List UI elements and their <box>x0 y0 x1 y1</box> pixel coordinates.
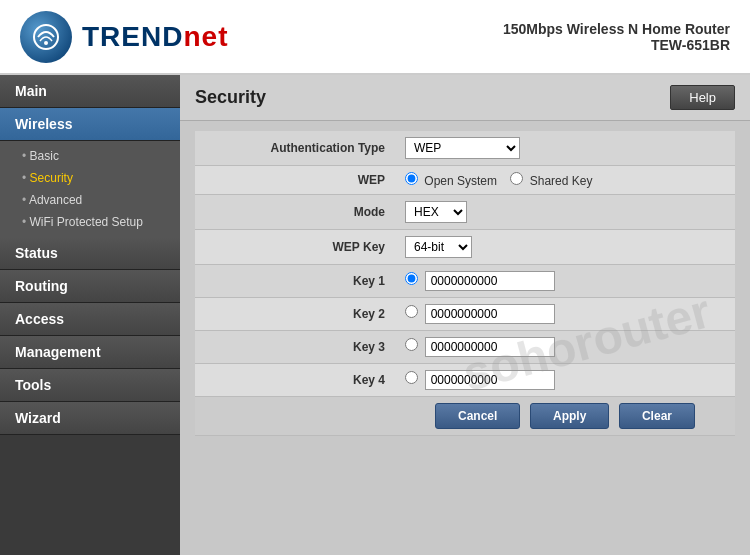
logo-icon <box>20 11 72 63</box>
sidebar-sub-wifi-protected-setup[interactable]: WiFi Protected Setup <box>0 211 180 233</box>
key3-label: Key 3 <box>195 331 395 364</box>
wep-label: WEP <box>195 166 395 195</box>
brand-name: TRENDnet <box>82 21 228 53</box>
sidebar-item-access[interactable]: Access <box>0 303 180 336</box>
mode-value: HEX ASCII <box>395 195 735 230</box>
sidebar-item-routing[interactable]: Routing <box>0 270 180 303</box>
page-title: Security <box>195 87 266 108</box>
sidebar-item-tools[interactable]: Tools <box>0 369 180 402</box>
wep-key-value: 64-bit 128-bit <box>395 230 735 265</box>
wep-mode-value: Open System Shared Key <box>395 166 735 195</box>
key4-radio[interactable] <box>405 371 418 384</box>
auth-type-value: WEP Open System WPA-Personal WPA2-Person… <box>395 131 735 166</box>
mode-label: Mode <box>195 195 395 230</box>
sidebar-item-status[interactable]: Status <box>0 237 180 270</box>
svg-point-1 <box>44 41 48 45</box>
wireless-submenu: Basic Security Advanced WiFi Protected S… <box>0 141 180 237</box>
main-content: Security Help sohorouter Authentication … <box>180 75 750 555</box>
key3-row: Key 3 <box>195 331 735 364</box>
sidebar-item-management[interactable]: Management <box>0 336 180 369</box>
key4-label: Key 4 <box>195 364 395 397</box>
form-area: sohorouter Authentication Type WEP Open … <box>180 121 750 446</box>
key3-input[interactable] <box>425 337 555 357</box>
sidebar-sub-basic[interactable]: Basic <box>0 145 180 167</box>
model-number: TEW-651BR <box>503 37 730 53</box>
key3-radio[interactable] <box>405 338 418 351</box>
shared-key-label[interactable]: Shared Key <box>510 174 592 188</box>
key2-value <box>395 298 735 331</box>
key1-input[interactable] <box>425 271 555 291</box>
wep-key-label: WEP Key <box>195 230 395 265</box>
open-system-radio[interactable] <box>405 172 418 185</box>
mode-select[interactable]: HEX ASCII <box>405 201 467 223</box>
wep-key-row: WEP Key 64-bit 128-bit <box>195 230 735 265</box>
sidebar-item-main[interactable]: Main <box>0 75 180 108</box>
apply-button[interactable]: Apply <box>530 403 609 429</box>
product-name: 150Mbps Wireless N Home Router <box>503 21 730 37</box>
auth-type-row: Authentication Type WEP Open System WPA-… <box>195 131 735 166</box>
key2-label: Key 2 <box>195 298 395 331</box>
open-system-label[interactable]: Open System <box>405 174 500 188</box>
security-form: Authentication Type WEP Open System WPA-… <box>195 131 735 436</box>
auth-type-label: Authentication Type <box>195 131 395 166</box>
key4-row: Key 4 <box>195 364 735 397</box>
wep-key-select[interactable]: 64-bit 128-bit <box>405 236 472 258</box>
key2-row: Key 2 <box>195 298 735 331</box>
key3-value <box>395 331 735 364</box>
sidebar-item-wizard[interactable]: Wizard <box>0 402 180 435</box>
product-info: 150Mbps Wireless N Home Router TEW-651BR <box>503 21 730 53</box>
sidebar: Main Wireless Basic Security Advanced Wi… <box>0 75 180 555</box>
sidebar-item-wireless[interactable]: Wireless <box>0 108 180 141</box>
buttons-row: Cancel Apply Clear <box>195 397 735 436</box>
wep-mode-row: WEP Open System Shared Key <box>195 166 735 195</box>
logo: TRENDnet <box>20 11 228 63</box>
key1-radio[interactable] <box>405 272 418 285</box>
sidebar-sub-advanced[interactable]: Advanced <box>0 189 180 211</box>
key4-input[interactable] <box>425 370 555 390</box>
key1-row: Key 1 <box>195 265 735 298</box>
key1-value <box>395 265 735 298</box>
clear-button[interactable]: Clear <box>619 403 695 429</box>
key2-radio[interactable] <box>405 305 418 318</box>
help-button[interactable]: Help <box>670 85 735 110</box>
key2-input[interactable] <box>425 304 555 324</box>
key1-label: Key 1 <box>195 265 395 298</box>
shared-key-radio[interactable] <box>510 172 523 185</box>
key4-value <box>395 364 735 397</box>
cancel-button[interactable]: Cancel <box>435 403 520 429</box>
sidebar-sub-security[interactable]: Security <box>0 167 180 189</box>
mode-row: Mode HEX ASCII <box>195 195 735 230</box>
auth-type-select[interactable]: WEP Open System WPA-Personal WPA2-Person… <box>405 137 520 159</box>
content-header: Security Help <box>180 75 750 121</box>
